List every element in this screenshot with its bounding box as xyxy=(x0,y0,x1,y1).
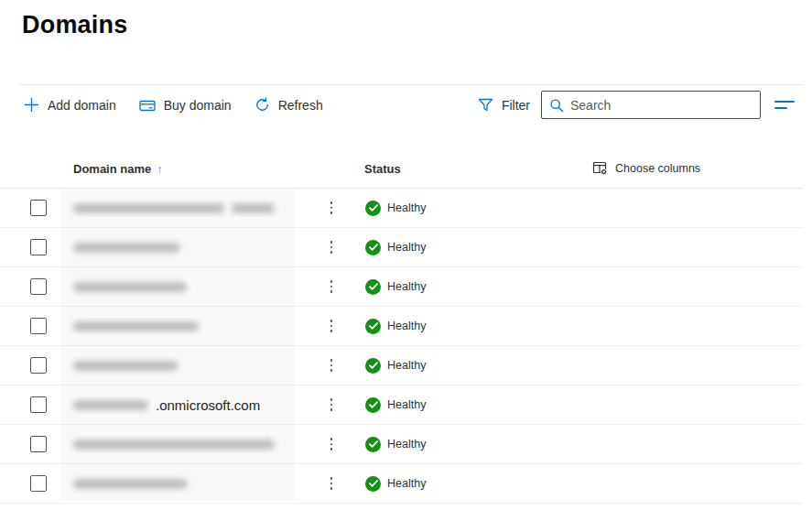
redacted-domain-text xyxy=(73,361,178,371)
domain-name-cell[interactable] xyxy=(73,425,320,463)
redacted-domain-text xyxy=(73,203,224,213)
status-column-label: Status xyxy=(364,162,401,176)
row-actions-kebab-icon[interactable] xyxy=(324,464,339,503)
status-badge: Healthy xyxy=(365,425,426,463)
redacted-domain-text xyxy=(73,400,148,410)
domain-name-cell[interactable] xyxy=(73,189,320,227)
plus-icon xyxy=(24,97,39,113)
status-label: Healthy xyxy=(387,359,426,372)
table-row[interactable]: Healthy xyxy=(0,425,803,464)
status-label: Healthy xyxy=(387,201,426,214)
domains-table-body: Healthy Healthy Healthy xyxy=(0,188,803,504)
add-domain-button[interactable]: Add domain xyxy=(22,93,118,116)
healthy-check-icon xyxy=(365,358,381,374)
choose-columns-button[interactable]: Choose columns xyxy=(592,160,700,176)
add-domain-label: Add domain xyxy=(48,98,116,113)
domain-name-cell[interactable] xyxy=(73,267,320,306)
status-label: Healthy xyxy=(387,280,426,293)
domain-name-cell[interactable] xyxy=(73,464,320,503)
redacted-domain-text xyxy=(73,282,187,292)
table-row[interactable]: Healthy xyxy=(0,267,803,307)
status-label: Healthy xyxy=(387,398,426,411)
status-label: Healthy xyxy=(387,241,426,254)
table-row[interactable]: .onmicrosoft.com Healthy xyxy=(0,385,803,425)
buy-domain-label: Buy domain xyxy=(164,98,232,113)
redacted-domain-text xyxy=(73,479,188,489)
row-actions-kebab-icon[interactable] xyxy=(324,425,339,463)
healthy-check-icon xyxy=(365,476,381,492)
refresh-label: Refresh xyxy=(278,98,323,113)
domain-name-column-header[interactable]: Domain name ↑ xyxy=(73,162,163,176)
status-badge: Healthy xyxy=(365,228,426,266)
status-badge: Healthy xyxy=(365,346,426,385)
redacted-domain-text xyxy=(73,440,275,450)
refresh-icon xyxy=(254,97,270,113)
filter-button[interactable]: Filter xyxy=(476,94,532,116)
page-title: Domains xyxy=(22,11,127,39)
status-badge: Healthy xyxy=(365,307,426,345)
redacted-domain-text xyxy=(73,243,180,253)
redacted-domain-text xyxy=(232,203,275,213)
status-badge: Healthy xyxy=(365,267,426,306)
healthy-check-icon xyxy=(365,201,381,216)
domain-name-column-label: Domain name xyxy=(73,162,151,176)
row-checkbox[interactable] xyxy=(30,239,47,255)
status-badge: Healthy xyxy=(365,189,426,227)
row-checkbox[interactable] xyxy=(30,318,47,334)
credit-card-icon xyxy=(139,98,156,113)
status-label: Healthy xyxy=(387,477,426,490)
choose-columns-label: Choose columns xyxy=(615,162,700,175)
healthy-check-icon xyxy=(365,397,381,413)
choose-columns-icon xyxy=(592,160,608,176)
table-header: Domain name ↑ Status Choose columns xyxy=(0,154,803,188)
refresh-button[interactable]: Refresh xyxy=(253,93,325,116)
status-column-header[interactable]: Status xyxy=(364,162,401,176)
row-checkbox[interactable] xyxy=(30,200,47,216)
toolbar-divider xyxy=(18,84,803,85)
search-input[interactable] xyxy=(570,98,752,113)
domain-name-cell[interactable] xyxy=(73,228,320,266)
filter-label: Filter xyxy=(502,98,530,113)
table-row[interactable]: Healthy xyxy=(0,464,803,504)
filter-funnel-icon xyxy=(478,98,493,113)
healthy-check-icon xyxy=(365,319,381,334)
domain-name-cell[interactable] xyxy=(73,346,320,385)
domain-visible-text: .onmicrosoft.com xyxy=(156,397,260,413)
healthy-check-icon xyxy=(365,240,381,255)
domain-name-cell[interactable]: .onmicrosoft.com xyxy=(73,385,320,424)
row-actions-kebab-icon[interactable] xyxy=(324,189,339,227)
table-row[interactable]: Healthy xyxy=(0,228,803,267)
command-bar: Add domain Buy domain Refresh Filter xyxy=(22,90,796,120)
buy-domain-button[interactable]: Buy domain xyxy=(137,94,233,116)
status-badge: Healthy xyxy=(365,385,426,424)
row-checkbox[interactable] xyxy=(30,436,47,452)
row-actions-kebab-icon[interactable] xyxy=(324,307,339,345)
filter-lines-icon[interactable] xyxy=(773,97,796,113)
toolbar-right-group: Filter xyxy=(476,91,796,119)
status-badge: Healthy xyxy=(365,464,426,503)
table-row[interactable]: Healthy xyxy=(0,307,803,346)
status-label: Healthy xyxy=(387,438,426,450)
redacted-domain-text xyxy=(73,321,199,331)
table-row[interactable]: Healthy xyxy=(0,346,803,385)
status-label: Healthy xyxy=(387,320,426,332)
row-actions-kebab-icon[interactable] xyxy=(324,228,339,266)
row-actions-kebab-icon[interactable] xyxy=(324,267,339,306)
row-actions-kebab-icon[interactable] xyxy=(324,385,339,424)
row-checkbox[interactable] xyxy=(30,278,47,295)
row-checkbox[interactable] xyxy=(30,475,47,492)
search-box xyxy=(541,91,761,119)
healthy-check-icon xyxy=(365,437,381,452)
table-row[interactable]: Healthy xyxy=(0,189,803,228)
domain-name-cell[interactable] xyxy=(73,307,320,345)
row-checkbox[interactable] xyxy=(30,396,47,413)
row-checkbox[interactable] xyxy=(30,357,47,374)
row-actions-kebab-icon[interactable] xyxy=(324,346,339,385)
sort-ascending-icon: ↑ xyxy=(157,162,163,176)
healthy-check-icon xyxy=(365,279,381,295)
search-icon xyxy=(549,98,564,113)
